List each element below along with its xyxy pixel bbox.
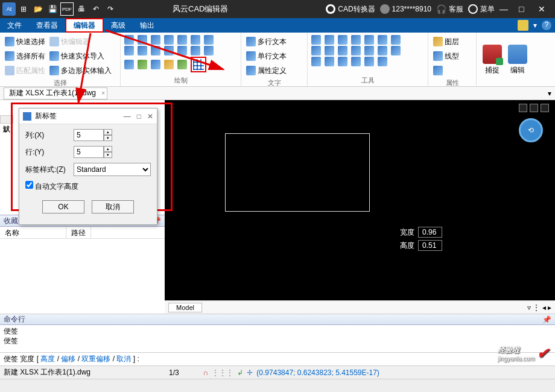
cols-down[interactable]: ▾ [104,135,112,141]
model-tab[interactable]: Model [168,303,202,312]
lineweight-button[interactable] [432,64,472,77]
drawing-canvas[interactable]: ⟲ 宽度0.96 高度0.51 [165,100,555,314]
array-icon[interactable] [378,35,387,45]
copy-icon[interactable] [325,35,334,45]
circle-icon[interactable] [164,35,174,45]
print-icon[interactable]: 🖶 [75,2,88,16]
auto-height-checkbox[interactable]: 自动文字高度 [25,181,78,192]
point-icon[interactable] [124,46,134,55]
rows-input[interactable] [74,146,104,158]
close-button[interactable]: ✕ [538,4,553,14]
spline-icon[interactable] [204,35,214,45]
command-input[interactable]: 便签 宽度 [ 高度 / 偏移 / 双重偏移 / 取消 ] : [0,352,555,365]
break-icon[interactable] [364,46,374,55]
cancel-button[interactable]: 取消 [92,200,134,213]
opt-height[interactable]: 高度 [40,355,55,363]
lengthen-icon[interactable] [338,57,347,66]
ray-icon[interactable] [177,46,187,55]
dialog-maximize-icon[interactable]: □ [137,112,141,121]
style-icon[interactable] [518,20,528,31]
user-label[interactable]: 123****8910 [380,4,431,14]
edit-hatch-icon[interactable] [378,57,387,66]
expand-icon[interactable]: ▾ [548,89,551,98]
import-solid-button[interactable]: 快速实体导入 [48,49,106,63]
cmd-pin-icon[interactable]: 📌 [542,315,551,324]
stretch-icon[interactable] [325,57,334,66]
opt-cancel[interactable]: 取消 [116,355,131,363]
open-icon[interactable]: 📂 [31,2,45,16]
rows-up[interactable]: ▴ [104,146,112,152]
select-all-button[interactable]: 选择所有 [4,49,46,63]
compass-button[interactable]: ⟲ [519,118,543,142]
menu-file[interactable]: 文件 [0,18,29,33]
support-button[interactable]: 🎧客服 [436,4,463,14]
join-icon[interactable] [378,46,387,55]
dialog-close-icon[interactable]: ✕ [147,112,153,121]
menu-output[interactable]: 输出 [133,18,162,33]
edit-button[interactable]: 编辑 [506,35,530,85]
layout-scroll-icon[interactable]: ▿ ⋮ ◂ ▸ [527,303,551,312]
arc-icon[interactable] [177,35,187,45]
chamfer-icon[interactable] [351,46,361,55]
match-props-button[interactable]: 匹配属性 [4,64,46,77]
edit-spline-icon[interactable] [364,57,374,66]
ellipse-icon[interactable] [191,35,200,45]
mirror-icon[interactable] [364,35,374,45]
mtext-button[interactable]: 多行文本 [245,35,303,48]
scale-icon[interactable] [351,35,361,45]
dialog-titlebar[interactable]: 新标签 — □ ✕ [19,109,157,124]
opt-double[interactable]: 双重偏移 [81,355,110,363]
app-icon[interactable]: At [2,2,16,16]
region-icon[interactable] [151,46,160,55]
rotate-icon[interactable] [338,35,347,45]
help-icon[interactable]: ? [542,21,551,30]
polyline-icon[interactable] [138,35,147,45]
insert-icon[interactable] [151,60,160,69]
rect-icon[interactable] [151,35,160,45]
redo-icon[interactable]: ↷ [104,2,117,16]
snap-magnet-icon[interactable]: ∩ [203,368,209,377]
minimize-button[interactable]: — [500,4,514,14]
menu-advanced[interactable]: 高级 [104,18,133,33]
linetype-button[interactable]: 线型 [432,49,472,63]
block-icon[interactable] [138,60,147,69]
viewport-controls[interactable] [519,104,549,112]
extend-icon[interactable] [325,46,334,55]
poly-input-button[interactable]: 多边形实体输入 [48,64,113,77]
donut-icon[interactable] [191,46,200,55]
menu-editor[interactable]: 编辑器 [65,18,104,33]
tab-close-icon[interactable]: × [101,90,105,96]
dropdown-icon[interactable]: ▾ [533,21,537,30]
trim-icon[interactable] [311,46,321,55]
drawn-rectangle[interactable] [225,133,370,212]
explode-icon[interactable] [391,46,401,55]
line-icon[interactable] [124,35,134,45]
cloud-icon[interactable] [204,46,214,55]
converter-button[interactable]: CAD转换器 [326,4,375,14]
col-path[interactable]: 路径 [66,227,91,238]
capture-button[interactable]: 捕捉 [480,35,504,85]
ok-button[interactable]: OK [42,200,84,213]
attrdef-button[interactable]: 属性定义 [245,64,303,77]
style-select[interactable]: Standard [74,163,151,176]
maximize-button[interactable]: □ [519,4,533,14]
xline-icon[interactable] [164,46,174,55]
dim-icon[interactable] [124,60,134,69]
wipeout-icon[interactable] [177,60,187,69]
new-icon[interactable]: ⊞ [17,2,30,16]
quick-select-button[interactable]: 快速选择 [4,35,46,48]
grid-toggle-icon[interactable]: ⋮⋮⋮ [212,368,233,377]
hatch-icon[interactable] [138,46,147,55]
pdf-icon[interactable]: PDF [60,2,74,16]
quick-editor-button[interactable]: 快编辑器 [48,35,91,48]
offset-icon[interactable] [391,35,401,45]
table-button[interactable] [191,57,206,72]
dialog-minimize-icon[interactable]: — [124,112,131,121]
col-name[interactable]: 名称 [0,227,66,238]
fillet-icon[interactable] [338,46,347,55]
cols-up[interactable]: ▴ [104,129,112,135]
menu-viewer[interactable]: 查看器 [29,18,65,33]
ortho-toggle-icon[interactable]: ↲ [237,368,243,377]
undo-icon[interactable]: ↶ [89,2,103,16]
menu-button[interactable]: 菜单 [468,4,495,14]
